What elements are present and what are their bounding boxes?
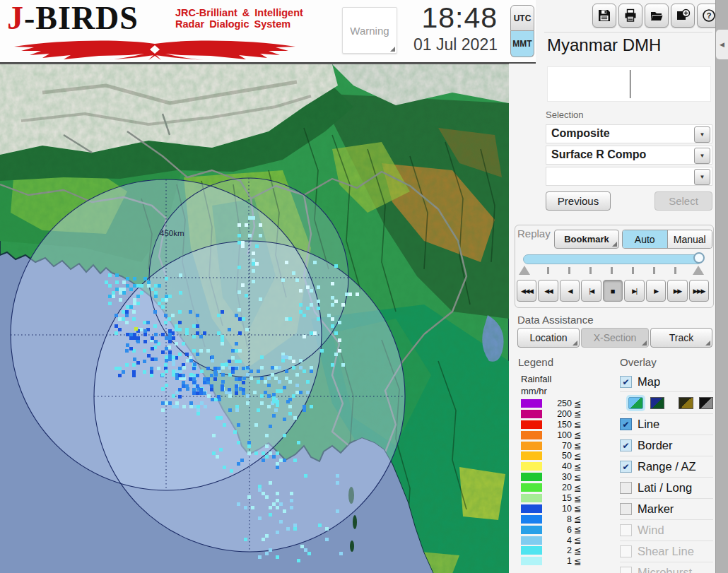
timezone-toggle: UTC MMT (510, 5, 534, 57)
legend-row: 70≦ (521, 442, 581, 450)
playback-stepback-button[interactable]: |◀ (581, 280, 601, 302)
legend-swatch (521, 515, 542, 524)
playback-stepfwd-button[interactable]: ▶| (624, 280, 644, 302)
checkbox[interactable]: ✔ (620, 376, 632, 388)
legend-units: Rainfall mm/hr (521, 373, 551, 397)
open-folder-button[interactable] (645, 4, 669, 28)
replay-slider-handle[interactable] (693, 252, 705, 264)
chevron-down-icon[interactable]: ▼ (694, 148, 710, 164)
range-start-marker[interactable] (519, 266, 530, 275)
eagle-icon (10, 38, 300, 61)
legend-lte-symbol: ≦ (574, 461, 581, 472)
checkbox[interactable]: ✔ (620, 461, 632, 473)
legend-lte-symbol: ≦ (574, 451, 581, 461)
replay-slider[interactable] (523, 254, 703, 264)
legend-row: 1≦ (521, 557, 581, 565)
utc-button[interactable]: UTC (510, 5, 534, 31)
mmt-button[interactable]: MMT (510, 31, 534, 57)
xsection-button[interactable]: X-Section (581, 328, 649, 348)
playback-rew1-button[interactable]: ◀ (560, 280, 580, 302)
manual-button[interactable]: Manual (668, 230, 712, 248)
overlay-item-label: Border (638, 439, 673, 452)
overlay-item-label: Map (638, 375, 660, 389)
dropdown-value: Composite (551, 127, 610, 140)
legend-swatch (521, 483, 542, 492)
legend-swatch (521, 473, 542, 481)
checkbox[interactable] (620, 482, 632, 494)
select-button[interactable]: Select (654, 191, 712, 211)
legend-row: 6≦ (521, 526, 581, 534)
map-style-swatch-navy-darkgreen[interactable] (650, 397, 665, 409)
legend-lte-symbol: ≦ (574, 524, 581, 535)
selection-label: Selection (546, 110, 583, 120)
overlay-item-label: Microburst (638, 566, 692, 573)
bookmark-button[interactable]: Bookmark (554, 230, 619, 249)
map-style-swatch-blue-green[interactable] (628, 397, 643, 409)
legend-lte-symbol: ≦ (574, 503, 581, 514)
range-end-marker[interactable] (693, 266, 704, 275)
legend-row: 10≦ (521, 504, 581, 513)
product-option-dropdown[interactable]: ▼ (546, 167, 712, 186)
print-button[interactable] (618, 4, 642, 28)
legend-lte-symbol: ≦ (574, 419, 581, 430)
legend-value: 150 (542, 420, 572, 430)
panel-collapse-tab[interactable]: ◀ (716, 30, 728, 59)
control-panel: ? Myanmar DMH Selection Composite ▼ Surf… (509, 0, 715, 573)
playback-fwd3-button[interactable]: ▶▶▶ (689, 280, 709, 302)
checkbox (620, 545, 632, 557)
checkbox (620, 567, 632, 573)
overlay-list: ✔Map✔Line✔Border✔Range / AZLati / LongMa… (620, 372, 713, 573)
legend-row: 20≦ (521, 483, 581, 492)
data-assistance-label: Data Assistance (517, 314, 594, 326)
legend-swatch (521, 410, 542, 418)
legend-row: 40≦ (521, 462, 581, 471)
legend-value: 70 (542, 441, 572, 451)
replay-tick (674, 267, 676, 274)
chevron-down-icon[interactable]: ▼ (694, 169, 710, 185)
legend-value: 6 (542, 525, 572, 535)
checkbox[interactable] (620, 503, 632, 515)
map-style-swatch-black-gray[interactable] (699, 397, 714, 409)
overlay-item-label: Range / AZ (638, 460, 696, 473)
overlay-row-range-az: ✔Range / AZ (620, 456, 713, 477)
checkbox[interactable]: ✔ (620, 418, 632, 430)
playback-rew3-button[interactable]: ◀◀◀ (517, 280, 536, 302)
save-button[interactable] (592, 4, 616, 28)
jbirds-logo: J-BIRDS JRC-Brilliant & Intelligent Rada… (7, 1, 304, 61)
legend-swatch (521, 420, 542, 429)
radar-map[interactable]: 450km (0, 64, 509, 573)
legend-lte-symbol: ≦ (574, 408, 581, 419)
product-type-dropdown[interactable]: Surface R Compo ▼ (546, 146, 712, 165)
previous-button[interactable]: Previous (546, 191, 611, 211)
replay-tick (547, 267, 549, 274)
map-style-swatch-dark-olive[interactable] (679, 397, 693, 409)
save-icon (597, 8, 611, 23)
playback-fwd2-button[interactable]: ▶▶ (667, 280, 687, 302)
product-group-dropdown[interactable]: Composite ▼ (546, 124, 712, 143)
collapse-arrow-icon: ◀ (720, 41, 724, 48)
playback-controls: ◀◀◀◀◀◀|◀■▶|▶▶▶▶▶▶ (517, 280, 709, 302)
legend-swatch (521, 526, 542, 534)
legend-row: 250≦ (521, 399, 581, 408)
auto-button[interactable]: Auto (623, 230, 668, 248)
legend-lte-symbol: ≦ (574, 440, 581, 451)
location-button[interactable]: Location (517, 328, 580, 348)
chevron-down-icon[interactable]: ▼ (694, 126, 710, 143)
legend-row: 30≦ (521, 473, 581, 481)
legend-value: 200 (542, 409, 572, 419)
track-button[interactable]: Track (650, 328, 712, 348)
playback-rew2-button[interactable]: ◀◀ (538, 280, 558, 302)
legend-swatch (521, 451, 542, 460)
legend-value: 8 (542, 514, 572, 524)
capture-add-button[interactable] (671, 4, 695, 28)
playback-stop-button[interactable]: ■ (603, 280, 623, 302)
overlay-row-map: ✔Map (620, 372, 713, 391)
legend-row: 8≦ (521, 515, 581, 524)
radar-map-viewport[interactable]: 450km (0, 64, 509, 573)
replay-label: Replay (517, 228, 551, 240)
playback-play-button[interactable]: ▶ (646, 280, 666, 302)
legend-swatch (521, 431, 542, 439)
legend-row: 50≦ (521, 451, 581, 460)
replay-tick (589, 267, 592, 274)
checkbox[interactable]: ✔ (620, 439, 632, 451)
